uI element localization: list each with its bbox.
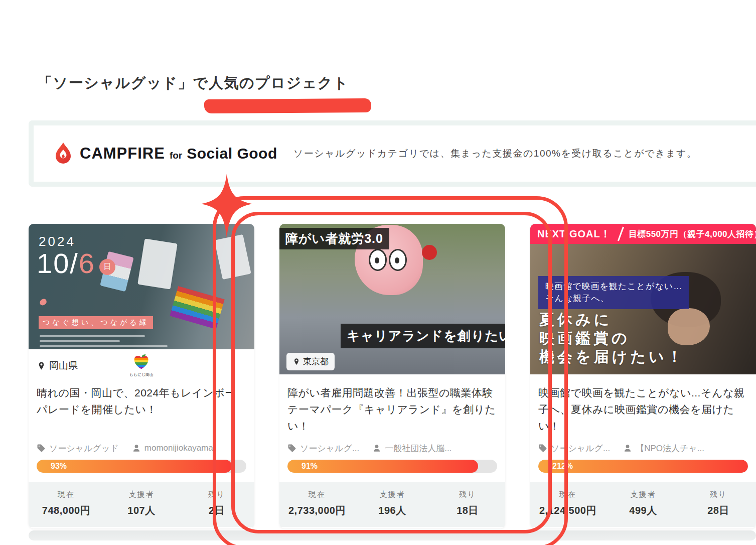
project-image-3: NEXT GOAL！ 目標550万円（親子4,000人招待） 映画館で映画を観た… [530,224,756,374]
remaining-days: 28日 [681,504,756,517]
image-overlay-caption: 映画館で映画を観たことがない… そんな親子へ、 [538,276,689,309]
project-stats: 現在2,124,500円 支援者499人 残り28日 [530,482,756,527]
category-tag[interactable]: ソーシャルグ... [551,443,610,454]
project-meta: ソーシャルグッド momonijiokayama [37,441,246,456]
supporters-count: 499人 [606,504,681,517]
progress-bar: 212% [538,460,748,473]
progress-fill: 91% [287,460,478,473]
remaining-label: 残り [681,490,756,499]
rainbow-apple-icon [132,353,150,370]
project-owner[interactable]: 一般社団法人脳... [385,443,451,454]
project-owner[interactable]: 【NPO法人チャ... [636,443,704,454]
progress-fill: 212% [538,460,748,473]
project-card-3[interactable]: NEXT GOAL！ 目標550万円（親子4,000人招待） 映画館で映画を観た… [530,224,756,528]
petal-decor [39,298,47,306]
brand-name: CAMPFIRE [80,145,165,163]
project-image-1: 2024 10/6 日 つなぐ想い、つながる縁 [29,224,254,349]
tag-icon [37,444,46,453]
flame-icon [53,142,74,165]
user-icon [623,444,632,453]
project-card-1[interactable]: 2024 10/6 日 つなぐ想い、つながる縁 岡山県 [29,224,254,528]
current-amount: 748,000円 [29,504,104,517]
next-goal-amount: 目標550万円（親子4,000人招待） [629,228,756,240]
tag-icon [287,444,296,453]
remaining-label: 残り [430,490,505,499]
supporters-label: 支援者 [606,490,681,499]
image-overlay-headline: 夏休みに 映画鑑賞の 機会を届けたい！ [539,310,685,366]
image-overlay-date: 10/6 日 [37,247,115,280]
category-tag[interactable]: ソーシャルグ... [300,443,359,454]
tag-icon [538,444,547,453]
supporters-label: 支援者 [104,490,179,499]
image-overlay-top-band: 障がい者就労3.0 [279,228,389,249]
rainbow-flag-decor [170,286,224,329]
current-amount: 2,124,500円 [530,504,606,517]
project-stats: 現在2,733,000円 支援者196人 残り18日 [279,482,505,527]
next-goal-label: NEXT GOAL！ [537,227,611,241]
supporters-count: 196人 [355,504,430,517]
white-flag-decor [137,238,178,289]
page: 「ソーシャルグッド」で人気のプロジェクト CAMPFIRE for Social… [0,0,756,545]
project-title: 晴れの国・岡山で、2024年もレインボーパレードを開催したい！ [37,384,246,441]
remaining-label: 残り [179,490,254,499]
section-title: 「ソーシャルグッド」で人気のプロジェクト [38,73,349,93]
progress-bar: 93% [37,460,246,473]
progress-percent: 93% [37,462,67,471]
project-title: 障がい者雇用問題改善！出張型の職業体験テーマパーク『キャリアランド』を創りたい！ [287,384,497,441]
remaining-days: 2日 [179,504,254,517]
user-icon [132,444,141,453]
project-title: 映画館で映画を観たことがない...そんな親子へ、夏休みに映画鑑賞の機会を届けたい… [538,384,748,441]
project-owner[interactable]: momonijiokayama [144,443,213,453]
user-icon [372,444,381,453]
brand-for: for [170,150,182,161]
current-amount: 2,733,000円 [279,504,355,517]
category-tag[interactable]: ソーシャルグッド [49,443,119,454]
campfire-social-good-banner[interactable]: CAMPFIRE for Social Good ソーシャルグッドカテゴリでは、… [29,120,756,187]
current-label: 現在 [530,490,606,499]
owner-logo-caption: ももにじ岡山 [129,372,154,377]
campfire-logo: CAMPFIRE for Social Good [53,142,277,165]
white-flag-decor [214,234,251,280]
project-image-2: 障がい者就労3.0 キャリアランドを創りたい！ 東京都 [279,224,505,374]
brand-subtitle: Social Good [187,145,277,162]
project-card-2[interactable]: 障がい者就労3.0 キャリアランドを創りたい！ 東京都 障がい者雇用問題改善！出… [279,224,505,528]
annotation-underline [204,98,371,113]
next-goal-banner: NEXT GOAL！ 目標550万円（親子4,000人招待） [530,224,756,244]
slash-divider [618,226,624,241]
project-stats: 現在748,000円 支援者107人 残り2日 [29,482,254,527]
image-overlay-bottom-band: キャリアランドを創りたい！ [341,324,505,348]
progress-percent: 212% [538,462,573,471]
current-label: 現在 [279,490,355,499]
carousel-scrollbar[interactable] [29,530,756,540]
progress-percent: 91% [287,462,318,471]
image-overlay-slogan: つなぐ想い、つながる縁 [39,316,153,329]
banner-description: ソーシャルグッドカテゴリでは、集まった支援金の100%を受け取ることができます。 [293,147,697,160]
owner-logo: ももにじ岡山 [129,353,154,377]
location-label: 東京都 [303,356,329,367]
fine-print-decor [40,335,155,349]
map-pin-icon [292,358,300,366]
progress-bar: 91% [287,460,497,473]
location-row: 岡山県 ももに [29,349,254,382]
remaining-days: 18日 [430,504,505,517]
project-meta: ソーシャルグ... 一般社団法人脳... [287,441,497,456]
project-meta: ソーシャルグ... 【NPO法人チャ... [538,441,748,456]
supporters-count: 107人 [104,504,179,517]
current-label: 現在 [29,490,104,499]
supporters-label: 支援者 [355,490,430,499]
location-label: 岡山県 [49,359,78,372]
progress-fill: 93% [37,460,232,473]
day-badge: 日 [99,259,115,275]
location-badge: 東京都 [286,353,335,370]
map-pin-icon [37,361,46,371]
